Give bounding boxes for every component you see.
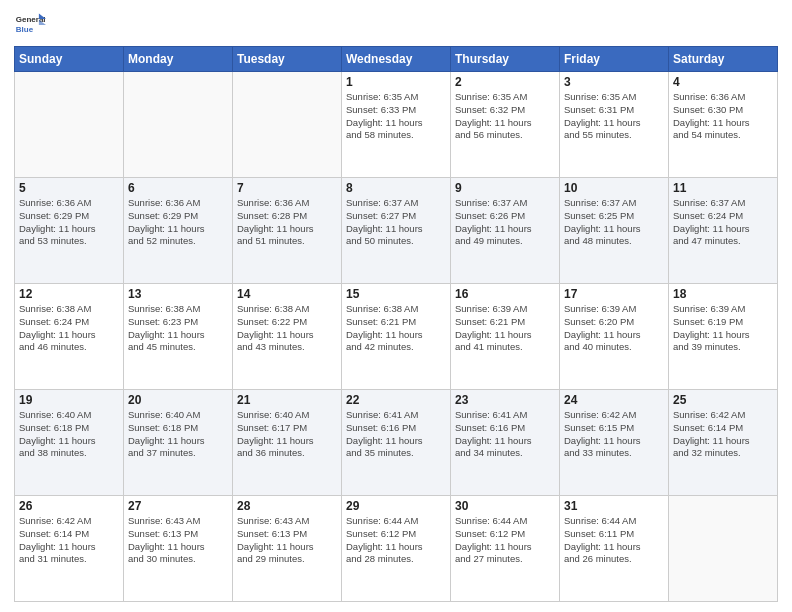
calendar-week-row: 19Sunrise: 6:40 AM Sunset: 6:18 PM Dayli…	[15, 390, 778, 496]
calendar-day-cell: 26Sunrise: 6:42 AM Sunset: 6:14 PM Dayli…	[15, 496, 124, 602]
calendar-weekday-header: Monday	[124, 47, 233, 72]
day-number: 9	[455, 181, 555, 195]
day-info: Sunrise: 6:36 AM Sunset: 6:30 PM Dayligh…	[673, 91, 773, 142]
calendar-day-cell: 5Sunrise: 6:36 AM Sunset: 6:29 PM Daylig…	[15, 178, 124, 284]
day-number: 27	[128, 499, 228, 513]
day-info: Sunrise: 6:38 AM Sunset: 6:23 PM Dayligh…	[128, 303, 228, 354]
day-number: 15	[346, 287, 446, 301]
day-number: 18	[673, 287, 773, 301]
day-number: 31	[564, 499, 664, 513]
day-number: 26	[19, 499, 119, 513]
day-info: Sunrise: 6:42 AM Sunset: 6:14 PM Dayligh…	[19, 515, 119, 566]
calendar-weekday-header: Tuesday	[233, 47, 342, 72]
calendar-day-cell: 17Sunrise: 6:39 AM Sunset: 6:20 PM Dayli…	[560, 284, 669, 390]
logo: General Blue	[14, 10, 46, 42]
calendar-weekday-header: Wednesday	[342, 47, 451, 72]
calendar-day-cell: 2Sunrise: 6:35 AM Sunset: 6:32 PM Daylig…	[451, 72, 560, 178]
day-number: 5	[19, 181, 119, 195]
day-number: 23	[455, 393, 555, 407]
calendar-header-row: SundayMondayTuesdayWednesdayThursdayFrid…	[15, 47, 778, 72]
day-info: Sunrise: 6:36 AM Sunset: 6:29 PM Dayligh…	[128, 197, 228, 248]
day-number: 8	[346, 181, 446, 195]
day-info: Sunrise: 6:41 AM Sunset: 6:16 PM Dayligh…	[346, 409, 446, 460]
day-number: 13	[128, 287, 228, 301]
day-info: Sunrise: 6:35 AM Sunset: 6:33 PM Dayligh…	[346, 91, 446, 142]
calendar-day-cell: 22Sunrise: 6:41 AM Sunset: 6:16 PM Dayli…	[342, 390, 451, 496]
calendar-day-cell: 16Sunrise: 6:39 AM Sunset: 6:21 PM Dayli…	[451, 284, 560, 390]
day-info: Sunrise: 6:43 AM Sunset: 6:13 PM Dayligh…	[237, 515, 337, 566]
calendar-day-cell: 8Sunrise: 6:37 AM Sunset: 6:27 PM Daylig…	[342, 178, 451, 284]
day-info: Sunrise: 6:37 AM Sunset: 6:27 PM Dayligh…	[346, 197, 446, 248]
calendar-weekday-header: Thursday	[451, 47, 560, 72]
day-info: Sunrise: 6:37 AM Sunset: 6:25 PM Dayligh…	[564, 197, 664, 248]
day-number: 19	[19, 393, 119, 407]
calendar-day-cell: 9Sunrise: 6:37 AM Sunset: 6:26 PM Daylig…	[451, 178, 560, 284]
day-info: Sunrise: 6:39 AM Sunset: 6:20 PM Dayligh…	[564, 303, 664, 354]
day-number: 11	[673, 181, 773, 195]
calendar-day-cell: 28Sunrise: 6:43 AM Sunset: 6:13 PM Dayli…	[233, 496, 342, 602]
day-number: 3	[564, 75, 664, 89]
day-info: Sunrise: 6:44 AM Sunset: 6:11 PM Dayligh…	[564, 515, 664, 566]
calendar-day-cell	[233, 72, 342, 178]
calendar-day-cell: 21Sunrise: 6:40 AM Sunset: 6:17 PM Dayli…	[233, 390, 342, 496]
day-info: Sunrise: 6:40 AM Sunset: 6:18 PM Dayligh…	[128, 409, 228, 460]
calendar-day-cell: 14Sunrise: 6:38 AM Sunset: 6:22 PM Dayli…	[233, 284, 342, 390]
calendar-day-cell: 20Sunrise: 6:40 AM Sunset: 6:18 PM Dayli…	[124, 390, 233, 496]
calendar-day-cell: 27Sunrise: 6:43 AM Sunset: 6:13 PM Dayli…	[124, 496, 233, 602]
day-number: 10	[564, 181, 664, 195]
calendar-day-cell	[15, 72, 124, 178]
day-number: 20	[128, 393, 228, 407]
day-info: Sunrise: 6:40 AM Sunset: 6:17 PM Dayligh…	[237, 409, 337, 460]
day-number: 7	[237, 181, 337, 195]
calendar-week-row: 5Sunrise: 6:36 AM Sunset: 6:29 PM Daylig…	[15, 178, 778, 284]
day-info: Sunrise: 6:38 AM Sunset: 6:21 PM Dayligh…	[346, 303, 446, 354]
day-number: 1	[346, 75, 446, 89]
calendar-day-cell: 6Sunrise: 6:36 AM Sunset: 6:29 PM Daylig…	[124, 178, 233, 284]
calendar-day-cell: 11Sunrise: 6:37 AM Sunset: 6:24 PM Dayli…	[669, 178, 778, 284]
calendar-day-cell: 31Sunrise: 6:44 AM Sunset: 6:11 PM Dayli…	[560, 496, 669, 602]
day-number: 21	[237, 393, 337, 407]
calendar-day-cell: 24Sunrise: 6:42 AM Sunset: 6:15 PM Dayli…	[560, 390, 669, 496]
calendar-day-cell	[669, 496, 778, 602]
calendar-weekday-header: Friday	[560, 47, 669, 72]
day-info: Sunrise: 6:44 AM Sunset: 6:12 PM Dayligh…	[455, 515, 555, 566]
day-number: 2	[455, 75, 555, 89]
calendar-week-row: 26Sunrise: 6:42 AM Sunset: 6:14 PM Dayli…	[15, 496, 778, 602]
calendar-table: SundayMondayTuesdayWednesdayThursdayFrid…	[14, 46, 778, 602]
calendar-day-cell: 15Sunrise: 6:38 AM Sunset: 6:21 PM Dayli…	[342, 284, 451, 390]
day-info: Sunrise: 6:44 AM Sunset: 6:12 PM Dayligh…	[346, 515, 446, 566]
calendar-day-cell	[124, 72, 233, 178]
day-number: 4	[673, 75, 773, 89]
svg-text:Blue: Blue	[16, 25, 34, 34]
calendar-day-cell: 4Sunrise: 6:36 AM Sunset: 6:30 PM Daylig…	[669, 72, 778, 178]
calendar-day-cell: 23Sunrise: 6:41 AM Sunset: 6:16 PM Dayli…	[451, 390, 560, 496]
logo-icon: General Blue	[14, 10, 46, 42]
day-info: Sunrise: 6:42 AM Sunset: 6:14 PM Dayligh…	[673, 409, 773, 460]
calendar-day-cell: 29Sunrise: 6:44 AM Sunset: 6:12 PM Dayli…	[342, 496, 451, 602]
day-number: 30	[455, 499, 555, 513]
calendar-day-cell: 13Sunrise: 6:38 AM Sunset: 6:23 PM Dayli…	[124, 284, 233, 390]
page-header: General Blue	[14, 10, 778, 42]
day-info: Sunrise: 6:36 AM Sunset: 6:28 PM Dayligh…	[237, 197, 337, 248]
calendar-day-cell: 19Sunrise: 6:40 AM Sunset: 6:18 PM Dayli…	[15, 390, 124, 496]
calendar-day-cell: 30Sunrise: 6:44 AM Sunset: 6:12 PM Dayli…	[451, 496, 560, 602]
day-info: Sunrise: 6:41 AM Sunset: 6:16 PM Dayligh…	[455, 409, 555, 460]
day-number: 22	[346, 393, 446, 407]
day-info: Sunrise: 6:43 AM Sunset: 6:13 PM Dayligh…	[128, 515, 228, 566]
calendar-day-cell: 1Sunrise: 6:35 AM Sunset: 6:33 PM Daylig…	[342, 72, 451, 178]
calendar-week-row: 12Sunrise: 6:38 AM Sunset: 6:24 PM Dayli…	[15, 284, 778, 390]
day-info: Sunrise: 6:39 AM Sunset: 6:19 PM Dayligh…	[673, 303, 773, 354]
day-info: Sunrise: 6:42 AM Sunset: 6:15 PM Dayligh…	[564, 409, 664, 460]
calendar-week-row: 1Sunrise: 6:35 AM Sunset: 6:33 PM Daylig…	[15, 72, 778, 178]
day-info: Sunrise: 6:37 AM Sunset: 6:24 PM Dayligh…	[673, 197, 773, 248]
day-info: Sunrise: 6:35 AM Sunset: 6:31 PM Dayligh…	[564, 91, 664, 142]
day-info: Sunrise: 6:38 AM Sunset: 6:24 PM Dayligh…	[19, 303, 119, 354]
day-number: 6	[128, 181, 228, 195]
day-number: 16	[455, 287, 555, 301]
day-info: Sunrise: 6:37 AM Sunset: 6:26 PM Dayligh…	[455, 197, 555, 248]
calendar-day-cell: 25Sunrise: 6:42 AM Sunset: 6:14 PM Dayli…	[669, 390, 778, 496]
day-info: Sunrise: 6:40 AM Sunset: 6:18 PM Dayligh…	[19, 409, 119, 460]
day-info: Sunrise: 6:35 AM Sunset: 6:32 PM Dayligh…	[455, 91, 555, 142]
day-number: 25	[673, 393, 773, 407]
day-number: 12	[19, 287, 119, 301]
